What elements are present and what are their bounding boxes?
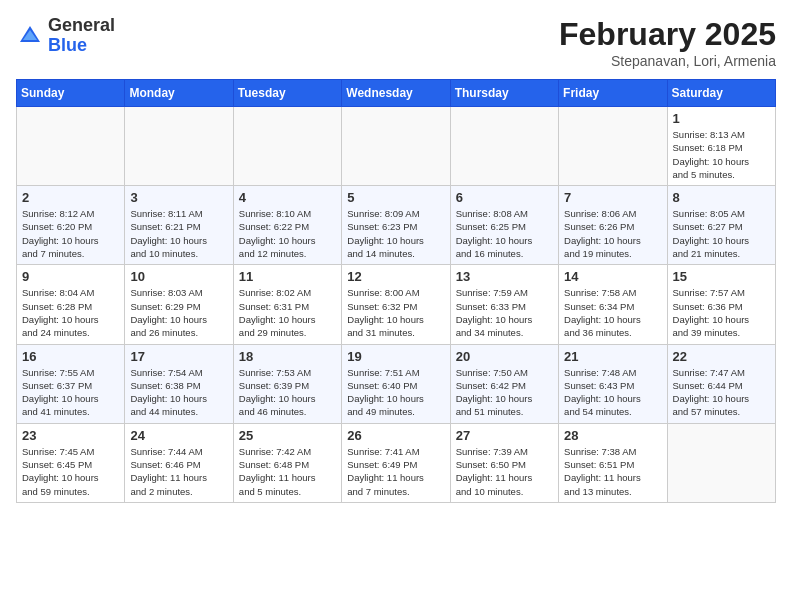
calendar-day-cell [125,107,233,186]
calendar-day-cell: 24Sunrise: 7:44 AM Sunset: 6:46 PM Dayli… [125,423,233,502]
calendar-day-cell: 22Sunrise: 7:47 AM Sunset: 6:44 PM Dayli… [667,344,775,423]
day-number: 7 [564,190,661,205]
calendar-day-cell [667,423,775,502]
calendar-week-row: 9Sunrise: 8:04 AM Sunset: 6:28 PM Daylig… [17,265,776,344]
day-number: 6 [456,190,553,205]
day-detail: Sunrise: 7:59 AM Sunset: 6:33 PM Dayligh… [456,286,553,339]
calendar-subtitle: Stepanavan, Lori, Armenia [559,53,776,69]
day-number: 28 [564,428,661,443]
day-detail: Sunrise: 7:45 AM Sunset: 6:45 PM Dayligh… [22,445,119,498]
day-detail: Sunrise: 8:00 AM Sunset: 6:32 PM Dayligh… [347,286,444,339]
day-detail: Sunrise: 7:58 AM Sunset: 6:34 PM Dayligh… [564,286,661,339]
day-number: 5 [347,190,444,205]
calendar-day-cell [559,107,667,186]
calendar-day-cell: 28Sunrise: 7:38 AM Sunset: 6:51 PM Dayli… [559,423,667,502]
calendar-day-cell: 16Sunrise: 7:55 AM Sunset: 6:37 PM Dayli… [17,344,125,423]
day-number: 13 [456,269,553,284]
day-number: 15 [673,269,770,284]
calendar-day-cell: 3Sunrise: 8:11 AM Sunset: 6:21 PM Daylig… [125,186,233,265]
day-number: 16 [22,349,119,364]
calendar-day-cell: 25Sunrise: 7:42 AM Sunset: 6:48 PM Dayli… [233,423,341,502]
day-number: 27 [456,428,553,443]
day-detail: Sunrise: 7:39 AM Sunset: 6:50 PM Dayligh… [456,445,553,498]
calendar-day-cell: 6Sunrise: 8:08 AM Sunset: 6:25 PM Daylig… [450,186,558,265]
day-number: 11 [239,269,336,284]
day-number: 9 [22,269,119,284]
day-detail: Sunrise: 7:50 AM Sunset: 6:42 PM Dayligh… [456,366,553,419]
calendar-day-cell: 15Sunrise: 7:57 AM Sunset: 6:36 PM Dayli… [667,265,775,344]
calendar-table: SundayMondayTuesdayWednesdayThursdayFrid… [16,79,776,503]
day-number: 18 [239,349,336,364]
day-detail: Sunrise: 7:41 AM Sunset: 6:49 PM Dayligh… [347,445,444,498]
weekday-header-friday: Friday [559,80,667,107]
day-detail: Sunrise: 8:03 AM Sunset: 6:29 PM Dayligh… [130,286,227,339]
calendar-week-row: 23Sunrise: 7:45 AM Sunset: 6:45 PM Dayli… [17,423,776,502]
day-number: 3 [130,190,227,205]
day-detail: Sunrise: 8:04 AM Sunset: 6:28 PM Dayligh… [22,286,119,339]
weekday-header-saturday: Saturday [667,80,775,107]
day-number: 22 [673,349,770,364]
day-detail: Sunrise: 7:38 AM Sunset: 6:51 PM Dayligh… [564,445,661,498]
day-number: 14 [564,269,661,284]
day-number: 19 [347,349,444,364]
logo-icon [16,22,44,50]
calendar-day-cell: 11Sunrise: 8:02 AM Sunset: 6:31 PM Dayli… [233,265,341,344]
day-detail: Sunrise: 8:13 AM Sunset: 6:18 PM Dayligh… [673,128,770,181]
calendar-day-cell: 9Sunrise: 8:04 AM Sunset: 6:28 PM Daylig… [17,265,125,344]
day-detail: Sunrise: 7:54 AM Sunset: 6:38 PM Dayligh… [130,366,227,419]
calendar-day-cell: 2Sunrise: 8:12 AM Sunset: 6:20 PM Daylig… [17,186,125,265]
day-detail: Sunrise: 7:48 AM Sunset: 6:43 PM Dayligh… [564,366,661,419]
calendar-day-cell: 4Sunrise: 8:10 AM Sunset: 6:22 PM Daylig… [233,186,341,265]
day-number: 1 [673,111,770,126]
day-detail: Sunrise: 8:10 AM Sunset: 6:22 PM Dayligh… [239,207,336,260]
day-number: 20 [456,349,553,364]
calendar-day-cell: 17Sunrise: 7:54 AM Sunset: 6:38 PM Dayli… [125,344,233,423]
page-header: General Blue February 2025 Stepanavan, L… [16,16,776,69]
calendar-day-cell: 13Sunrise: 7:59 AM Sunset: 6:33 PM Dayli… [450,265,558,344]
logo-blue: Blue [48,35,87,55]
calendar-day-cell: 20Sunrise: 7:50 AM Sunset: 6:42 PM Dayli… [450,344,558,423]
calendar-day-cell: 14Sunrise: 7:58 AM Sunset: 6:34 PM Dayli… [559,265,667,344]
weekday-header-wednesday: Wednesday [342,80,450,107]
calendar-day-cell: 12Sunrise: 8:00 AM Sunset: 6:32 PM Dayli… [342,265,450,344]
weekday-header-tuesday: Tuesday [233,80,341,107]
calendar-day-cell: 10Sunrise: 8:03 AM Sunset: 6:29 PM Dayli… [125,265,233,344]
calendar-day-cell [17,107,125,186]
day-number: 25 [239,428,336,443]
day-number: 8 [673,190,770,205]
calendar-week-row: 2Sunrise: 8:12 AM Sunset: 6:20 PM Daylig… [17,186,776,265]
title-block: February 2025 Stepanavan, Lori, Armenia [559,16,776,69]
day-number: 12 [347,269,444,284]
day-number: 21 [564,349,661,364]
day-detail: Sunrise: 8:05 AM Sunset: 6:27 PM Dayligh… [673,207,770,260]
day-number: 10 [130,269,227,284]
day-detail: Sunrise: 7:44 AM Sunset: 6:46 PM Dayligh… [130,445,227,498]
calendar-title: February 2025 [559,16,776,53]
calendar-day-cell: 26Sunrise: 7:41 AM Sunset: 6:49 PM Dayli… [342,423,450,502]
day-detail: Sunrise: 8:11 AM Sunset: 6:21 PM Dayligh… [130,207,227,260]
calendar-day-cell: 7Sunrise: 8:06 AM Sunset: 6:26 PM Daylig… [559,186,667,265]
day-number: 26 [347,428,444,443]
calendar-day-cell: 19Sunrise: 7:51 AM Sunset: 6:40 PM Dayli… [342,344,450,423]
day-number: 4 [239,190,336,205]
day-detail: Sunrise: 7:47 AM Sunset: 6:44 PM Dayligh… [673,366,770,419]
calendar-day-cell: 27Sunrise: 7:39 AM Sunset: 6:50 PM Dayli… [450,423,558,502]
calendar-week-row: 1Sunrise: 8:13 AM Sunset: 6:18 PM Daylig… [17,107,776,186]
calendar-day-cell: 1Sunrise: 8:13 AM Sunset: 6:18 PM Daylig… [667,107,775,186]
logo-general: General [48,15,115,35]
calendar-day-cell: 5Sunrise: 8:09 AM Sunset: 6:23 PM Daylig… [342,186,450,265]
weekday-header-row: SundayMondayTuesdayWednesdayThursdayFrid… [17,80,776,107]
calendar-day-cell [233,107,341,186]
day-number: 24 [130,428,227,443]
day-detail: Sunrise: 7:57 AM Sunset: 6:36 PM Dayligh… [673,286,770,339]
day-number: 23 [22,428,119,443]
day-detail: Sunrise: 8:06 AM Sunset: 6:26 PM Dayligh… [564,207,661,260]
day-detail: Sunrise: 7:53 AM Sunset: 6:39 PM Dayligh… [239,366,336,419]
day-number: 17 [130,349,227,364]
logo: General Blue [16,16,115,56]
calendar-day-cell: 18Sunrise: 7:53 AM Sunset: 6:39 PM Dayli… [233,344,341,423]
calendar-week-row: 16Sunrise: 7:55 AM Sunset: 6:37 PM Dayli… [17,344,776,423]
day-detail: Sunrise: 7:55 AM Sunset: 6:37 PM Dayligh… [22,366,119,419]
day-detail: Sunrise: 8:12 AM Sunset: 6:20 PM Dayligh… [22,207,119,260]
calendar-day-cell: 21Sunrise: 7:48 AM Sunset: 6:43 PM Dayli… [559,344,667,423]
